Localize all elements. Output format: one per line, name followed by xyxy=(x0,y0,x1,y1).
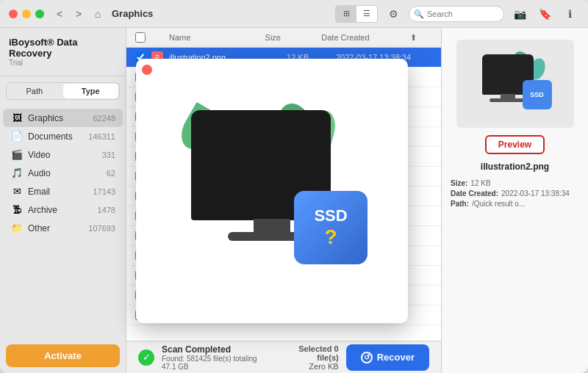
view-toggle: ⊞ ☰ xyxy=(335,5,378,23)
preview-popup: SSD ? xyxy=(136,59,408,323)
sidebar-item-documents[interactable]: 📄 Documents 146311 xyxy=(3,127,123,145)
sidebar-item-video[interactable]: 🎬 Video 331 xyxy=(3,145,123,164)
video-icon: 🎬 xyxy=(10,149,24,160)
scan-detail: Found: 581425 file(s) totaling 47.1 GB xyxy=(162,355,269,371)
info-button[interactable]: ℹ xyxy=(560,4,579,23)
col-name-header: Name xyxy=(169,33,216,42)
selected-count: Selected 0 file(s) xyxy=(284,344,339,362)
nav-buttons: < > ⌂ xyxy=(51,6,106,22)
sidebar-item-list: 🖼 Graphics 62248 📄 Documents 146311 🎬 Vi… xyxy=(0,106,126,338)
email-icon: ✉ xyxy=(10,186,24,197)
size-value: 12 KB xyxy=(470,179,490,187)
popup-illustration: SSD ? xyxy=(169,103,375,279)
other-label: Other xyxy=(28,223,84,233)
preview-meta-size-row: Size: 12 KB xyxy=(451,179,579,187)
other-count: 107693 xyxy=(88,224,115,233)
popup-close-button[interactable] xyxy=(142,65,152,75)
other-icon: 📁 xyxy=(10,222,24,233)
graphics-label: Graphics xyxy=(28,113,88,123)
preview-filename: illustration2.png xyxy=(481,162,549,172)
sidebar: iBoysoft® Data Recovery Trial Path Type … xyxy=(0,28,126,373)
popup-ssd-badge: SSD ? xyxy=(294,191,368,264)
forward-button[interactable]: > xyxy=(71,6,87,22)
sidebar-item-audio[interactable]: 🎵 Audio 62 xyxy=(3,164,123,182)
traffic-lights xyxy=(9,10,44,18)
documents-icon: 📄 xyxy=(10,131,24,142)
search-icon: 🔍 xyxy=(414,9,424,18)
documents-count: 146311 xyxy=(88,132,115,141)
home-button[interactable]: ⌂ xyxy=(90,6,106,22)
main-window: < > ⌂ Graphics ⊞ ☰ ⚙ 🔍 📷 🔖 ℹ iBoysoft® D… xyxy=(0,0,588,373)
col-size-header: Size xyxy=(222,33,281,42)
mac-illustration: SSD xyxy=(478,54,552,113)
date-value: 2022-03-17 13:38:34 xyxy=(501,189,570,198)
minimize-button[interactable] xyxy=(22,10,31,18)
activate-button[interactable]: Activate xyxy=(6,344,120,367)
bookmark-button[interactable]: 🔖 xyxy=(535,4,554,23)
documents-label: Documents xyxy=(28,131,84,142)
popup-ssd-question: ? xyxy=(324,225,337,249)
list-view-button[interactable]: ☰ xyxy=(356,6,377,22)
preview-meta-date-row: Date Created: 2022-03-17 13:38:34 xyxy=(451,189,579,198)
recover-icon: ↺ xyxy=(361,352,373,363)
scan-status: Scan Completed Found: 581425 file(s) tot… xyxy=(162,344,269,371)
preview-panel: SSD Preview illustration2.png Size: 12 K… xyxy=(441,28,588,373)
audio-icon: 🎵 xyxy=(10,167,24,178)
path-value: /Quick result o... xyxy=(472,200,525,208)
popup-ssd-label: SSD xyxy=(314,206,347,225)
selected-info: Selected 0 file(s) Zero KB xyxy=(284,344,339,371)
archive-icon: 🗜 xyxy=(10,204,24,215)
sidebar-header: iBoysoft® Data Recovery Trial xyxy=(0,28,126,76)
filter-button[interactable]: ⚙ xyxy=(384,4,403,23)
sidebar-item-graphics[interactable]: 🖼 Graphics 62248 xyxy=(3,109,123,127)
selected-size: Zero KB xyxy=(284,362,339,371)
titlebar: < > ⌂ Graphics ⊞ ☰ ⚙ 🔍 📷 🔖 ℹ xyxy=(0,0,588,28)
preview-meta-path-row: Path: /Quick result o... xyxy=(451,200,579,208)
camera-button[interactable]: 📷 xyxy=(510,4,529,23)
popup-stand xyxy=(254,219,290,233)
status-bar: ✓ Scan Completed Found: 581425 file(s) t… xyxy=(126,341,441,373)
maximize-button[interactable] xyxy=(35,10,44,18)
video-label: Video xyxy=(28,150,98,160)
grid-view-button[interactable]: ⊞ xyxy=(336,6,356,22)
close-button[interactable] xyxy=(9,10,18,18)
scan-complete-icon: ✓ xyxy=(138,350,154,366)
sidebar-item-archive[interactable]: 🗜 Archive 1478 xyxy=(3,200,123,219)
path-label: Path: xyxy=(451,200,469,208)
col-actions-header: ⬆ xyxy=(410,33,432,43)
graphics-count: 62248 xyxy=(93,114,115,123)
sidebar-item-email[interactable]: ✉ Email 17143 xyxy=(3,182,123,200)
archive-label: Archive xyxy=(28,205,93,215)
preview-meta: Size: 12 KB Date Created: 2022-03-17 13:… xyxy=(451,179,579,210)
sidebar-item-other[interactable]: 📁 Other 107693 xyxy=(3,219,123,237)
scan-title: Scan Completed xyxy=(162,344,269,355)
email-count: 17143 xyxy=(93,187,115,196)
search-wrapper: 🔍 xyxy=(409,6,504,22)
app-trial: Trial xyxy=(9,59,117,67)
preview-thumbnail: SSD xyxy=(456,40,574,128)
tab-path[interactable]: Path xyxy=(7,83,62,99)
file-list-header: Name Size Date Created ⬆ xyxy=(126,28,441,48)
preview-button[interactable]: Preview xyxy=(485,135,545,154)
email-label: Email xyxy=(28,186,88,197)
mac-base xyxy=(490,98,526,102)
graphics-icon: 🖼 xyxy=(10,112,24,123)
toolbar-actions: ⊞ ☰ ⚙ 🔍 📷 🔖 ℹ xyxy=(335,4,579,23)
size-label: Size: xyxy=(451,179,467,187)
recover-button[interactable]: ↺ Recover xyxy=(346,344,429,371)
archive-count: 1478 xyxy=(98,206,115,214)
audio-count: 62 xyxy=(107,169,115,178)
back-button[interactable]: < xyxy=(51,6,68,22)
window-title: Graphics xyxy=(112,8,335,19)
sidebar-tabs: Path Type xyxy=(6,82,120,100)
date-label: Date Created: xyxy=(451,189,498,198)
select-all-checkbox[interactable] xyxy=(135,32,146,43)
app-name: iBoysoft® Data Recovery xyxy=(9,37,117,59)
audio-label: Audio xyxy=(28,168,102,178)
video-count: 331 xyxy=(102,151,115,159)
col-date-header: Date Created xyxy=(287,33,404,42)
ssd-badge: SSD xyxy=(523,80,552,109)
recover-label: Recover xyxy=(377,352,415,363)
tab-type[interactable]: Type xyxy=(63,84,119,98)
